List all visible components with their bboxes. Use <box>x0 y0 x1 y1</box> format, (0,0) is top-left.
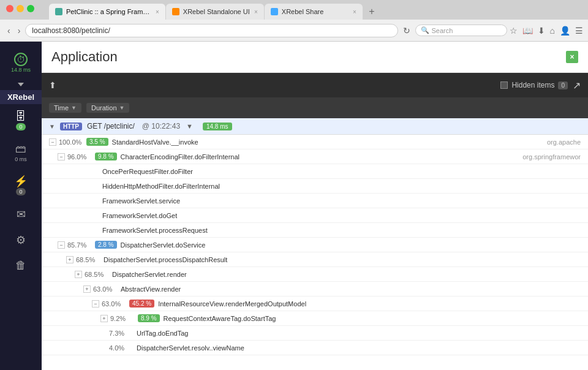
tree-row[interactable]: HiddenHttpMethodFilter.doFilterInternal <box>42 179 588 194</box>
tree-expander[interactable]: + <box>100 315 108 322</box>
time-filter[interactable]: Time ▼ <box>49 103 81 113</box>
request-duration-badge: 14.8 ms <box>203 123 232 130</box>
reading-icon[interactable]: 📖 <box>522 26 533 36</box>
time-filter-arrow: ▼ <box>71 105 77 111</box>
pct-label: 9.2% <box>110 315 138 322</box>
request-expand-icon[interactable]: ▼ <box>49 123 55 130</box>
tab-favicon-share <box>271 8 278 15</box>
tree-row[interactable]: −85.7%2.8 %DispatcherServlet.doService <box>42 238 588 252</box>
hidden-checkbox[interactable] <box>500 81 508 89</box>
tree-row[interactable]: FrameworkServlet.doGet <box>42 208 588 223</box>
method-name: RequestContextAwareTag.doStartTag <box>164 315 276 322</box>
bookmarks-icon[interactable]: ☆ <box>510 26 518 36</box>
request-path: GET /petclinic/ <box>87 122 135 130</box>
sidebar-item-xrebel[interactable]: ⏱ 14.8 ms <box>0 50 42 75</box>
duration-filter-label: Duration <box>91 104 117 111</box>
pct-label: 68.5% <box>85 271 112 278</box>
org-label: org.springframewor <box>522 153 581 160</box>
new-tab-button[interactable]: + <box>363 4 380 20</box>
tree-expander[interactable]: + <box>75 271 82 278</box>
hidden-items-label: Hidden items <box>511 81 554 89</box>
collapse-icon[interactable] <box>18 83 24 86</box>
tab-favicon-petclinic <box>55 8 62 15</box>
hidden-items-container: Hidden items 0 <box>500 81 568 89</box>
pct-badge: 3.5 % <box>86 138 108 146</box>
tree-row[interactable]: FrameworkServlet.service <box>42 194 588 208</box>
tree-row[interactable]: +68.5%DispatcherServlet.render <box>42 267 588 282</box>
method-name: DispatcherServlet.processDispatchResult <box>104 256 227 263</box>
method-name: InternalResourceView.renderMergedOutputM… <box>158 300 306 308</box>
pct-badge: 45.2 % <box>129 300 154 308</box>
home-icon[interactable]: ⌂ <box>550 26 555 36</box>
url-bar[interactable]: localhost:8080/petclinic/ <box>25 24 398 37</box>
duration-filter-arrow: ▼ <box>119 105 125 111</box>
sidebar-item-mail[interactable]: ✉ <box>0 205 42 224</box>
method-name: OncePerRequestFilter.doFilter <box>102 168 193 175</box>
sidebar-item-trash[interactable]: 🗑 <box>0 257 42 274</box>
menu-icon[interactable]: ☰ <box>575 26 583 36</box>
export-button[interactable]: ↗ <box>573 80 581 91</box>
download-icon[interactable]: ⬇ <box>538 26 545 36</box>
tree-row[interactable]: FrameworkServlet.processRequest <box>42 223 588 238</box>
url-text: localhost:8080/petclinic/ <box>32 26 391 35</box>
requests-icon: 🗄 <box>15 110 26 123</box>
tree-expander[interactable]: + <box>66 256 74 263</box>
sidebar-item-settings[interactable]: ⚙ <box>0 231 42 249</box>
pct-label: 96.0% <box>67 153 95 160</box>
tree-row[interactable]: −96.0%9.8 %CharacterEncodingFilter.doFil… <box>42 149 588 164</box>
sidebar-duration-label: 14.8 ms <box>11 67 31 73</box>
tree-row[interactable]: OncePerRequestFilter.doFilter <box>42 164 588 179</box>
tab-share[interactable]: XRebel Share × <box>265 4 363 20</box>
sidebar-item-requests[interactable]: 🗄 0 <box>0 108 42 133</box>
tree-expander[interactable]: + <box>83 285 91 293</box>
mail-icon: ✉ <box>17 208 26 221</box>
refresh-button[interactable]: ↻ <box>401 25 413 37</box>
tree-expander[interactable]: − <box>49 138 56 146</box>
account-icon[interactable]: 👤 <box>560 26 570 36</box>
trash-icon: 🗑 <box>15 259 26 272</box>
requests-badge: 0 <box>16 123 26 130</box>
pct-badge: 9.8 % <box>95 153 117 160</box>
tab-close-petclinic[interactable]: × <box>156 9 159 15</box>
tree-container: −100.0%3.5 %StandardHostValve.__invokeor… <box>42 135 588 355</box>
tab-petclinic[interactable]: PetClinic :: a Spring Framework de... × <box>49 4 165 20</box>
tree-row[interactable]: +63.0%AbstractView.render <box>42 282 588 296</box>
main-content: Application × ⬆ Hidden items 0 ↗ Time ▼ … <box>42 42 588 370</box>
toolbar: ⬆ Hidden items 0 ↗ <box>42 73 588 97</box>
tree-expander[interactable]: − <box>58 153 65 160</box>
tree-expander[interactable]: − <box>58 241 65 249</box>
tab-close-xrebel[interactable]: × <box>254 9 258 15</box>
tab-xrebel[interactable]: XRebel Standalone UI × <box>166 4 264 20</box>
search-bar[interactable]: 🔍 Search <box>415 25 507 36</box>
sidebar-item-lightning[interactable]: ⚡ 0 <box>0 172 42 198</box>
pct-label: 85.7% <box>67 241 95 249</box>
tree-expander[interactable]: − <box>92 300 99 308</box>
tree-row[interactable]: 7.3%UrlTag.doEndTag <box>42 326 588 341</box>
tree-row[interactable]: −100.0%3.5 %StandardHostValve.__invokeor… <box>42 135 588 149</box>
method-name: FrameworkServlet.service <box>102 197 180 205</box>
request-row[interactable]: ▼ HTTP GET /petclinic/ @ 10:22:43 ▼ 14.8… <box>42 118 588 135</box>
tree-row[interactable]: +9.2%8.9 %RequestContextAwareTag.doStart… <box>42 311 588 326</box>
org-label: org.apache <box>547 138 581 146</box>
back-button[interactable]: ‹ <box>5 25 13 37</box>
tree-row[interactable]: +68.5%DispatcherServlet.processDispatchR… <box>42 252 588 267</box>
app-header: Application × <box>42 42 588 73</box>
lightning-badge: 0 <box>16 188 26 195</box>
request-time: @ 10:22:43 <box>142 122 180 130</box>
method-name: FrameworkServlet.processRequest <box>102 227 208 234</box>
search-icon: 🔍 <box>421 26 429 34</box>
request-dropdown[interactable]: ▼ <box>186 123 193 130</box>
hidden-count-badge: 0 <box>558 81 568 89</box>
xrebel-label: XRebel <box>0 90 42 104</box>
forward-button[interactable]: › <box>15 25 23 37</box>
method-name: UrlTag.doEndTag <box>137 330 188 337</box>
sidebar-item-db[interactable]: 🗃 0 ms <box>0 140 42 165</box>
filter-icon: ⬆ <box>49 80 56 90</box>
tree-row[interactable]: 4.0%DispatcherServlet.resolv..viewName <box>42 341 588 355</box>
tab-favicon-xrebel <box>172 8 179 15</box>
tab-close-share[interactable]: × <box>353 9 356 15</box>
close-button[interactable]: × <box>566 51 578 63</box>
method-name: StandardHostValve.__invoke <box>112 138 198 146</box>
duration-filter[interactable]: Duration ▼ <box>86 103 130 113</box>
tree-row[interactable]: −63.0%45.2 %InternalResourceView.renderM… <box>42 296 588 311</box>
